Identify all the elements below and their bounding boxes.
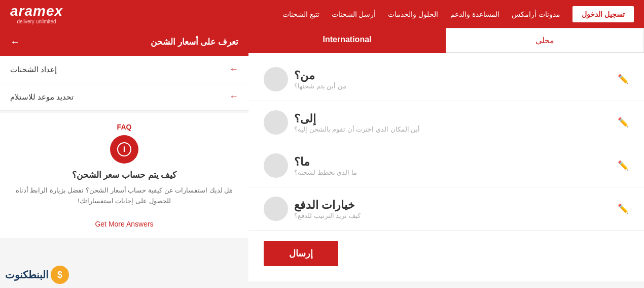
nav-blog[interactable]: مدونات أرامكس	[512, 10, 560, 18]
nav-links: تسجيل الدخول مدونات أرامكس المساعدة والد…	[282, 6, 634, 22]
to-circle[interactable]	[264, 110, 288, 135]
form-row-payment: ✏️ خيارات الدفع كيف تريد الترتيب للدفع؟	[248, 187, 644, 231]
to-content: إلى؟ أين المكان الذي اخترت أن تقوم بالشح…	[294, 112, 606, 133]
payment-content: خيارات الدفع كيف تريد الترتيب للدفع؟	[294, 199, 606, 219]
send-button-row: إرسال	[248, 231, 644, 276]
form-panel: ✏️ من؟ من أين يتم شحنها؟ ✏️ إلى؟ أين الم…	[248, 53, 644, 281]
edit-to-icon[interactable]: ✏️	[618, 117, 629, 128]
edit-from-icon[interactable]: ✏️	[618, 74, 629, 85]
edit-what-icon[interactable]: ✏️	[618, 160, 629, 171]
what-subtitle: ما الذي تخطط لشحنه؟	[294, 169, 357, 176]
logo-main-text: aramex	[10, 4, 63, 19]
faq-section: FAQ i كيف يتم حساب سعر الشحن؟ هل لديك اس…	[0, 113, 248, 238]
faq-icon: i	[110, 135, 138, 164]
top-section: International محلي ✏️ من؟ من أين يتم شحن…	[0, 28, 644, 281]
tabs-container: International محلي	[248, 28, 644, 53]
form-row-what: ✏️ ما؟ ما الذي تخطط لشحنه؟	[248, 144, 644, 187]
prepare-label: إعداد الشحنات	[10, 65, 57, 74]
what-circle[interactable]	[264, 153, 288, 178]
right-panel-header: تعرف على أسعار الشحن ←	[0, 28, 248, 56]
faq-more-answers-link[interactable]: Get More Answers	[95, 220, 153, 228]
schedule-arrow-icon: ←	[229, 91, 238, 102]
svg-text:i: i	[123, 145, 125, 153]
main-header: تسجيل الدخول مدونات أرامكس المساعدة والد…	[0, 0, 644, 28]
form-row-to: ✏️ إلى؟ أين المكان الذي اخترت أن تقوم با…	[248, 101, 644, 144]
form-row-from: ✏️ من؟ من أين يتم شحنها؟	[248, 58, 644, 101]
watermark-coin-icon: $	[51, 266, 69, 284]
faq-label: FAQ	[117, 123, 132, 131]
to-title: إلى؟	[294, 112, 316, 125]
left-panel: International محلي ✏️ من؟ من أين يتم شحن…	[248, 28, 644, 281]
watermark-text: البنطكنوت	[5, 269, 49, 281]
schedule-label: تحديد موعد للاستلام	[10, 92, 74, 102]
to-subtitle: أين المكان الذي اخترت أن تقوم بالشحن إلي…	[294, 125, 420, 133]
logo-sub-text: delivery unlimited	[10, 19, 63, 24]
payment-circle[interactable]	[264, 197, 288, 221]
right-menu-item-schedule[interactable]: ← تحديد موعد للاستلام	[0, 83, 248, 111]
nav-send[interactable]: أرسل الشحنات	[332, 10, 376, 18]
logo: aramex delivery unlimited	[10, 4, 63, 25]
nav-track[interactable]: تتبع الشحنات	[282, 10, 319, 18]
right-panel-back-arrow[interactable]: ←	[10, 36, 20, 48]
what-content: ما؟ ما الذي تخطط لشحنه؟	[294, 155, 606, 176]
right-menu-item-prepare[interactable]: ← إعداد الشحنات	[0, 56, 248, 83]
what-title: ما؟	[294, 155, 310, 169]
nav-support[interactable]: المساعدة والدعم	[450, 10, 499, 18]
login-button[interactable]: تسجيل الدخول	[573, 6, 634, 22]
nav-solutions[interactable]: الحلول والخدمات	[388, 10, 438, 18]
from-content: من؟ من أين يتم شحنها؟	[294, 69, 606, 90]
from-subtitle: من أين يتم شحنها؟	[294, 82, 346, 90]
prepare-arrow-icon: ←	[229, 64, 238, 75]
payment-subtitle: كيف تريد الترتيب للدفع؟	[294, 212, 361, 219]
tab-local[interactable]: محلي	[446, 28, 644, 53]
edit-payment-icon[interactable]: ✏️	[618, 203, 629, 214]
faq-title: كيف يتم حساب سعر الشحن؟	[72, 170, 177, 180]
right-panel-title: تعرف على أسعار الشحن	[151, 37, 238, 47]
tab-international[interactable]: International	[248, 28, 446, 53]
watermark: $ البنطكنوت	[5, 266, 69, 284]
faq-text: هل لديك استفسارات عن كيفية حساب أسعار ال…	[10, 185, 238, 207]
payment-title: خيارات الدفع	[294, 199, 355, 212]
send-button[interactable]: إرسال	[264, 241, 338, 266]
from-title: من؟	[294, 69, 315, 82]
from-circle[interactable]	[264, 67, 288, 91]
main-wrapper: International محلي ✏️ من؟ من أين يتم شحن…	[0, 28, 644, 288]
right-panel: تعرف على أسعار الشحن ← ← إعداد الشحنات ←…	[0, 28, 248, 281]
